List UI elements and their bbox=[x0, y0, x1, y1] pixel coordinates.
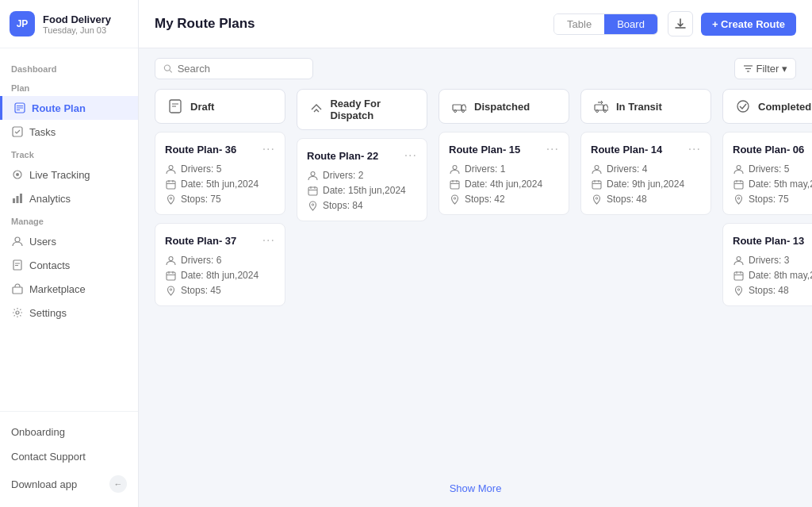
col-label-ready-for-dispatch: Ready For Dispatch bbox=[330, 98, 416, 121]
sidebar-item-settings[interactable]: Settings bbox=[0, 301, 138, 325]
svg-rect-9 bbox=[20, 194, 22, 203]
create-route-button[interactable]: + Create Route bbox=[701, 13, 796, 36]
svg-rect-56 bbox=[592, 181, 601, 189]
sidebar-item-contact-support[interactable]: Contact Support bbox=[0, 444, 138, 469]
svg-point-24 bbox=[169, 165, 173, 169]
card-drivers: Drivers: 5 bbox=[181, 163, 221, 175]
card-stops: Stops: 75 bbox=[181, 194, 221, 205]
col-icon-ready-for-dispatch bbox=[308, 101, 324, 118]
column-header-completed: Completed bbox=[722, 89, 812, 124]
sidebar-bottom: Onboarding Contact Support Download app … bbox=[0, 411, 138, 507]
sidebar-item-tasks-label: Tasks bbox=[29, 126, 56, 138]
card-menu-button[interactable]: ··· bbox=[546, 142, 559, 156]
card-menu-button[interactable]: ··· bbox=[262, 142, 275, 156]
column-dispatched: Dispatched Route Plan- 15 ··· Drivers: 1… bbox=[439, 89, 569, 223]
card-drivers: Drivers: 4 bbox=[607, 163, 647, 175]
column-header-in-transit: In Transit bbox=[580, 89, 711, 124]
sidebar-item-route-plan-label: Route Plan bbox=[32, 102, 86, 114]
sidebar-item-users[interactable]: Users bbox=[0, 229, 138, 253]
date-icon bbox=[165, 179, 176, 190]
users-icon bbox=[11, 235, 24, 248]
show-more-bar: Show More bbox=[139, 473, 812, 507]
stops-icon bbox=[449, 194, 460, 205]
svg-point-55 bbox=[595, 165, 599, 169]
card-date: Date: 8th jun,2024 bbox=[181, 270, 259, 281]
driver-icon bbox=[307, 170, 318, 181]
route-card[interactable]: Route Plan- 22 ··· Drivers: 2 Date: 15th… bbox=[297, 138, 427, 221]
route-card[interactable]: Route Plan- 06 ··· Drivers: 5 Date: 5th … bbox=[722, 132, 812, 215]
stops-icon bbox=[165, 194, 176, 205]
stops-icon bbox=[591, 194, 602, 205]
card-title: Route Plan- 14 bbox=[591, 144, 662, 156]
card-date: Date: 5th may,2024 bbox=[749, 179, 812, 190]
sidebar-item-download-app[interactable]: Download app ← bbox=[0, 469, 138, 499]
sidebar-item-route-plan[interactable]: Route Plan bbox=[0, 96, 138, 120]
svg-point-45 bbox=[453, 165, 457, 169]
sidebar-item-analytics[interactable]: Analytics bbox=[0, 186, 138, 210]
svg-rect-42 bbox=[453, 105, 462, 110]
date-icon bbox=[733, 270, 744, 281]
column-ready-for-dispatch: Ready For Dispatch Route Plan- 22 ··· Dr… bbox=[297, 89, 427, 229]
card-title: Route Plan- 15 bbox=[449, 144, 520, 156]
filter-label: Filter ▾ bbox=[756, 63, 788, 75]
sidebar-item-marketplace[interactable]: Marketplace bbox=[0, 277, 138, 301]
route-plan-icon bbox=[13, 102, 26, 114]
card-drivers: Drivers: 3 bbox=[749, 255, 789, 266]
card-drivers: Drivers: 1 bbox=[465, 163, 505, 175]
svg-point-68 bbox=[737, 256, 741, 260]
route-card[interactable]: Route Plan- 13 ··· Drivers: 3 Date: 8th … bbox=[722, 223, 812, 306]
driver-icon bbox=[733, 163, 744, 175]
sidebar-item-marketplace-label: Marketplace bbox=[29, 283, 86, 295]
route-card[interactable]: Route Plan- 36 ··· Drivers: 5 Date: 5th … bbox=[155, 132, 285, 215]
column-header-dispatched: Dispatched bbox=[439, 89, 569, 124]
sidebar-item-contacts[interactable]: Contacts bbox=[0, 253, 138, 277]
onboarding-label: Onboarding bbox=[11, 426, 65, 438]
nav-section-plan: Plan bbox=[0, 77, 138, 96]
card-menu-button[interactable]: ··· bbox=[688, 142, 701, 156]
card-title: Route Plan- 37 bbox=[165, 235, 236, 247]
card-stops: Stops: 42 bbox=[465, 194, 505, 205]
sidebar-item-live-tracking[interactable]: Live Tracking bbox=[0, 163, 138, 186]
sidebar-item-onboarding[interactable]: Onboarding bbox=[0, 420, 138, 444]
svg-point-16 bbox=[164, 65, 170, 71]
download-button[interactable] bbox=[668, 11, 693, 36]
board-view-button[interactable]: Board bbox=[604, 14, 657, 34]
show-more-link[interactable]: Show More bbox=[450, 482, 502, 494]
card-menu-button[interactable]: ··· bbox=[404, 148, 417, 163]
sidebar-header: JP Food Delivery Tuesday, Jun 03 bbox=[0, 0, 138, 48]
svg-rect-8 bbox=[17, 196, 19, 203]
card-drivers: Drivers: 5 bbox=[749, 163, 789, 175]
route-card[interactable]: Route Plan- 15 ··· Drivers: 1 Date: 4th … bbox=[439, 132, 569, 215]
sidebar-item-analytics-label: Analytics bbox=[29, 193, 71, 205]
search-input[interactable] bbox=[178, 63, 304, 75]
driver-icon bbox=[165, 163, 176, 175]
card-title: Route Plan- 36 bbox=[165, 144, 236, 156]
driver-icon bbox=[591, 163, 602, 175]
table-view-button[interactable]: Table bbox=[554, 14, 604, 34]
route-card[interactable]: Route Plan- 37 ··· Drivers: 6 Date: 8th … bbox=[155, 223, 285, 306]
collapse-button[interactable]: ← bbox=[109, 475, 127, 493]
svg-rect-63 bbox=[734, 181, 743, 189]
sidebar-item-settings-label: Settings bbox=[29, 307, 67, 319]
svg-point-35 bbox=[170, 288, 171, 290]
marketplace-icon bbox=[11, 282, 24, 295]
filter-button[interactable]: Filter ▾ bbox=[734, 58, 797, 79]
contact-support-label: Contact Support bbox=[11, 451, 86, 463]
sidebar-item-tasks[interactable]: Tasks bbox=[0, 120, 138, 144]
card-title: Route Plan- 13 bbox=[733, 235, 804, 247]
svg-rect-7 bbox=[13, 198, 15, 203]
driver-icon bbox=[733, 255, 744, 266]
col-label-in-transit: In Transit bbox=[616, 101, 662, 113]
card-date: Date: 8th may,2024 bbox=[749, 270, 812, 281]
col-label-draft: Draft bbox=[190, 101, 214, 113]
svg-rect-14 bbox=[13, 287, 22, 294]
card-menu-button[interactable]: ··· bbox=[262, 233, 275, 248]
settings-icon bbox=[11, 306, 24, 319]
app-date: Tuesday, Jun 03 bbox=[43, 25, 111, 35]
main-content: My Route Plans Table Board + Create Rout… bbox=[139, 0, 812, 507]
sidebar-nav: Dashboard Plan Route Plan Tasks Track Li… bbox=[0, 48, 138, 411]
download-app-label: Download app bbox=[11, 478, 77, 490]
route-card[interactable]: Route Plan- 14 ··· Drivers: 4 Date: 9th … bbox=[580, 132, 711, 215]
svg-point-44 bbox=[462, 110, 465, 113]
svg-point-53 bbox=[604, 110, 607, 113]
